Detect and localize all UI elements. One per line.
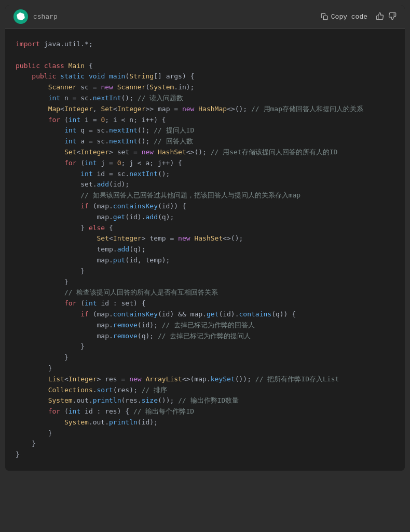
code-header: csharp Copy code xyxy=(5,5,405,29)
copy-label: Copy code xyxy=(331,13,367,21)
copy-code-button[interactable]: Copy code xyxy=(321,13,367,21)
thumbs-down-button[interactable] xyxy=(388,12,397,22)
language-label: csharp xyxy=(33,13,58,21)
header-right: Copy code xyxy=(321,12,397,22)
thumbs-up-button[interactable] xyxy=(376,12,384,22)
chatgpt-logo xyxy=(13,9,28,24)
feedback-icons xyxy=(376,12,397,22)
header-left: csharp xyxy=(13,9,58,24)
svg-rect-0 xyxy=(323,16,327,20)
code-container: csharp Copy code xyxy=(5,5,405,471)
code-content: import java.util.*; public class Main { … xyxy=(16,39,394,460)
code-body: import java.util.*; public class Main { … xyxy=(5,29,405,471)
